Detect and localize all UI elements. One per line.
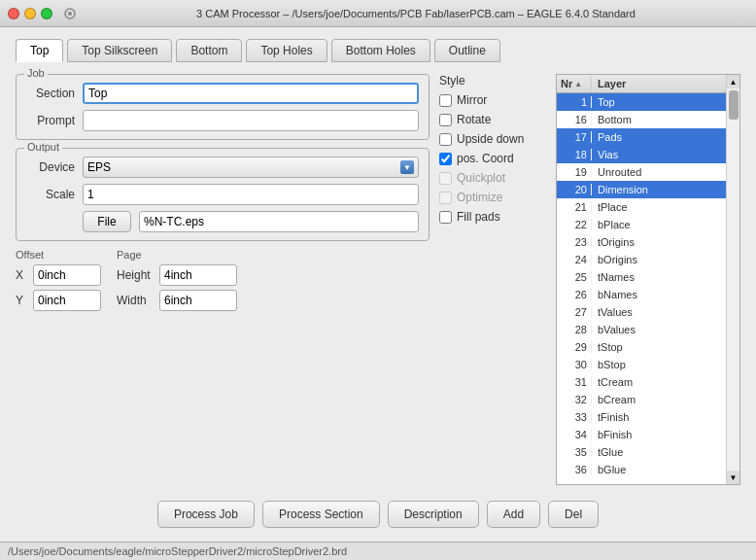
mirror-checkbox[interactable] [439, 94, 452, 107]
tab-bottom[interactable]: Bottom [176, 39, 242, 62]
layer-row[interactable]: 17Pads [557, 128, 726, 146]
process-job-button[interactable]: Process Job [157, 501, 255, 528]
layer-row[interactable]: 33tFinish [557, 408, 726, 426]
layer-nr: 23 [557, 236, 592, 248]
layer-row[interactable]: 16Bottom [557, 111, 726, 128]
layer-row[interactable]: 29tStop [557, 338, 726, 356]
layer-scrollbar[interactable]: ▲ ▼ [726, 75, 739, 484]
y-row: Y [16, 290, 101, 311]
layer-row[interactable]: 35tGlue [557, 443, 726, 461]
scale-input[interactable] [83, 184, 419, 205]
file-input[interactable] [139, 211, 419, 232]
pos-coord-checkbox[interactable] [439, 153, 452, 165]
tab-top-holes[interactable]: Top Holes [246, 39, 326, 62]
width-input[interactable] [159, 290, 237, 311]
optimize-checkbox[interactable] [439, 192, 452, 204]
layer-row[interactable]: 22bPlace [557, 216, 726, 233]
file-button[interactable]: File [83, 211, 131, 232]
layer-name: tFinish [592, 411, 726, 423]
pos-coord-row: pos. Coord [439, 152, 546, 165]
mirror-row: Mirror [439, 93, 546, 107]
process-section-button[interactable]: Process Section [262, 501, 380, 528]
tab-top-silkscreen[interactable]: Top Silkscreen [67, 39, 172, 62]
main-layout: Job Section Prompt Output Device [16, 74, 740, 485]
tab-top[interactable]: Top [16, 39, 63, 62]
layer-nr: 17 [557, 131, 592, 143]
layer-row[interactable]: 24bOrigins [557, 251, 726, 268]
add-button[interactable]: Add [487, 501, 540, 528]
layer-row[interactable]: 26bNames [557, 286, 726, 303]
y-label: Y [16, 294, 29, 307]
fill-pads-checkbox[interactable] [439, 211, 452, 224]
titlebar: 3 CAM Processor – /Users/joe/Documents/P… [0, 0, 756, 27]
del-button[interactable]: Del [548, 501, 599, 528]
layer-row[interactable]: 23tOrigins [557, 233, 726, 251]
layer-list[interactable]: 1Top16Bottom17Pads18Vias19Unrouted20Dime… [557, 93, 726, 484]
layer-list-inner: Nr ▲ Layer 1Top16Bottom17Pads18Vias19Unr… [557, 75, 726, 484]
layer-row[interactable]: 19Unrouted [557, 163, 726, 181]
rotate-row: Rotate [439, 113, 546, 126]
style-section: Style Mirror Rotate Upside down pos. Coo… [439, 74, 546, 485]
layer-nr: 25 [557, 271, 592, 283]
close-button[interactable] [8, 8, 19, 19]
layer-row[interactable]: 28bValues [557, 321, 726, 338]
maximize-button[interactable] [41, 8, 52, 19]
layer-list-header: Nr ▲ Layer [557, 75, 726, 93]
layer-nr: 26 [557, 289, 592, 300]
layer-col-nr: Nr ▲ [557, 77, 592, 90]
optimize-label: Optimize [457, 191, 502, 204]
layer-name: tNames [592, 271, 726, 283]
layer-row[interactable]: 1Top [557, 93, 726, 111]
device-select[interactable]: EPS PDF PS Gerber [83, 157, 419, 178]
layer-row[interactable]: 21tPlace [557, 198, 726, 216]
x-input[interactable] [33, 264, 101, 286]
layer-nr: 16 [557, 114, 592, 125]
pos-coord-label: pos. Coord [457, 152, 514, 165]
layer-nr: 33 [557, 411, 592, 423]
height-input[interactable] [159, 264, 237, 286]
layer-name: Top [592, 96, 726, 108]
section-label: Section [26, 87, 75, 100]
layer-nr: 18 [557, 149, 592, 160]
scroll-up-button[interactable]: ▲ [727, 75, 739, 88]
job-group: Job Section Prompt [16, 74, 430, 140]
prompt-label: Prompt [26, 114, 75, 127]
page-label: Page [117, 249, 237, 261]
upside-down-row: Upside down [439, 132, 546, 146]
upside-down-checkbox[interactable] [439, 133, 452, 146]
layer-row[interactable]: 30bStop [557, 356, 726, 373]
layer-list-outer: Nr ▲ Layer 1Top16Bottom17Pads18Vias19Unr… [556, 74, 740, 485]
layer-row[interactable]: 34bFinish [557, 426, 726, 443]
section-input[interactable] [83, 83, 419, 104]
layer-row[interactable]: 25tNames [557, 268, 726, 286]
layer-row[interactable]: 20Dimension [557, 181, 726, 198]
layer-nr: 22 [557, 219, 592, 230]
rotate-checkbox[interactable] [439, 114, 452, 126]
quickplot-checkbox[interactable] [439, 172, 452, 185]
layer-name: tCream [592, 376, 726, 388]
layer-row[interactable]: 32bCream [557, 391, 726, 408]
layer-name: bGlue [592, 464, 726, 475]
layer-nr: 29 [557, 341, 592, 353]
prompt-input[interactable] [83, 110, 419, 131]
layer-name: bStop [592, 359, 726, 370]
main-window: TopTop SilkscreenBottomTop HolesBottom H… [0, 27, 756, 560]
description-button[interactable]: Description [388, 501, 479, 528]
layer-nr: 36 [557, 464, 592, 475]
layer-row[interactable]: 27tValues [557, 303, 726, 321]
layer-row[interactable]: 18Vias [557, 146, 726, 163]
layer-col-name: Layer [592, 77, 726, 90]
tab-bottom-holes[interactable]: Bottom Holes [331, 39, 430, 62]
y-input[interactable] [33, 290, 101, 311]
layer-name: Dimension [592, 184, 726, 195]
minimize-button[interactable] [24, 8, 36, 19]
job-group-label: Job [24, 67, 48, 79]
scroll-thumb[interactable] [729, 90, 739, 120]
layer-row[interactable]: 36bGlue [557, 461, 726, 478]
scale-row: Scale [26, 184, 419, 205]
scroll-down-button[interactable]: ▼ [727, 471, 739, 484]
tab-outline[interactable]: Outline [434, 39, 500, 62]
layer-name: Pads [592, 131, 726, 143]
layer-row[interactable]: 31tCream [557, 373, 726, 391]
style-title: Style [439, 74, 546, 88]
